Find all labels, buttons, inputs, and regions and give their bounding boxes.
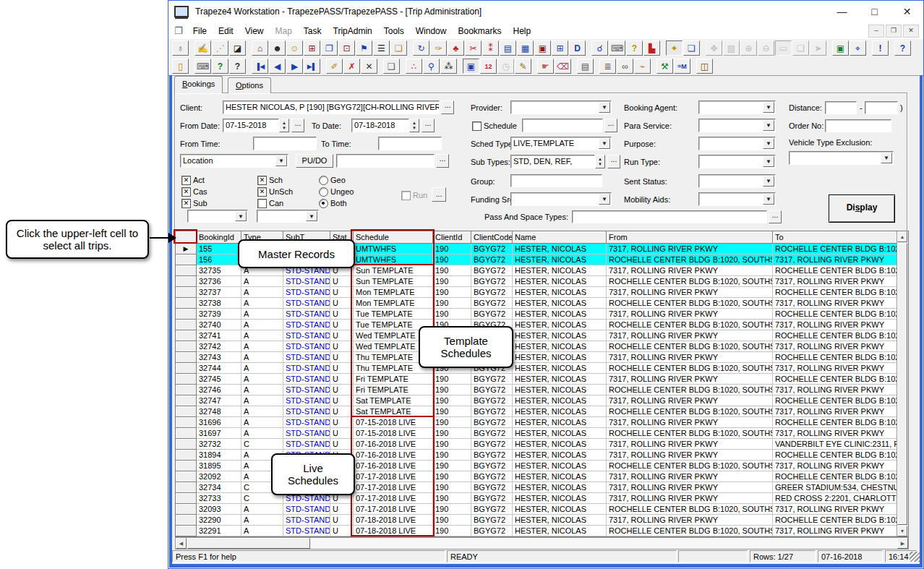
cell-clientid[interactable]: 190 <box>433 482 471 493</box>
cell-from[interactable]: 7317, ROLLING RIVER PKWY <box>607 287 773 298</box>
sent-status-dropdown[interactable]: ▼ <box>698 174 776 188</box>
schedule-grid-icon[interactable]: ⊞ <box>552 40 568 56</box>
cell-from[interactable]: ROCHELLE CENTER BLDG B:1020, SOUTHSIDE C <box>607 276 773 287</box>
row-selector-cell[interactable] <box>176 363 197 374</box>
vertical-scroll-thumb[interactable] <box>897 243 907 525</box>
cell-clientcode[interactable]: BGYG72 <box>471 265 513 276</box>
table-row[interactable]: 31696 A STD-STANDARD U 07-15-2018 LIVE 1… <box>176 417 908 428</box>
cell-clientcode[interactable]: BGYG72 <box>471 374 513 385</box>
funding-src-dropdown[interactable]: ▼ <box>510 192 612 206</box>
menu-item[interactable]: Bookmarks <box>452 25 507 38</box>
distance-from-field[interactable] <box>825 101 857 114</box>
row-selector-cell[interactable] <box>176 406 197 417</box>
cell-name[interactable]: HESTER, NICOLAS <box>513 406 607 417</box>
pass-space-browse-button[interactable]: ... <box>769 210 782 223</box>
mdi-close-button[interactable]: ✕ <box>903 25 919 38</box>
table-row[interactable]: 32739 A STD-STANDARD U Tue TEMPLATE 190 … <box>176 309 908 320</box>
cell-clientid[interactable]: 190 <box>433 439 471 450</box>
cell-name[interactable]: HESTER, NICOLAS <box>513 276 607 287</box>
cell-name[interactable]: HESTER, NICOLAS <box>513 439 607 450</box>
print-icon[interactable]: ▤ <box>577 59 594 74</box>
booking-window-icon[interactable]: ⊞ <box>304 40 320 56</box>
client-dark-icon[interactable]: ☻ <box>269 40 286 56</box>
table-row[interactable]: 32742 A STD-STANDARD U Wed TEMPLATE 190 … <box>176 341 908 352</box>
row-selector-cell[interactable] <box>176 374 197 385</box>
cell-bookingid[interactable]: 32747 <box>197 395 241 406</box>
menu-item[interactable]: View <box>239 25 270 38</box>
pass-space-types-field[interactable] <box>572 210 767 223</box>
cell-to[interactable]: 7317, ROLLING RIVER PKWY <box>773 320 898 330</box>
cell-clientcode[interactable]: BGYG72 <box>471 244 513 254</box>
cell-bookingid[interactable]: 31696 <box>197 417 241 428</box>
table-row[interactable]: 32747 A STD-STANDARD U Sat TEMPLATE 190 … <box>176 395 908 406</box>
cell-subt[interactable]: STD-STANDARD <box>283 406 330 417</box>
cell-to[interactable]: 7317, ROLLING RIVER PKWY <box>773 526 898 536</box>
cell-type[interactable]: A <box>241 406 283 417</box>
map-area-icon[interactable]: ▨ <box>723 40 740 56</box>
cell-type[interactable]: A <box>241 287 283 298</box>
sub-filter-dropdown[interactable]: ▼ <box>187 210 248 223</box>
sub-types-spinner[interactable]: ▲▼ <box>595 155 605 168</box>
cancel-booking-icon[interactable]: ✗ <box>343 59 360 74</box>
cell-name[interactable]: HESTER, NICOLAS <box>513 298 607 309</box>
cell-bookingid[interactable]: 32739 <box>197 309 241 320</box>
row-selector-cell[interactable] <box>176 265 197 276</box>
row-selector-cell[interactable] <box>176 493 197 504</box>
cell-subt[interactable]: STD-STANDARD <box>283 395 330 406</box>
scroll-up-icon[interactable]: ▲ <box>897 231 907 242</box>
pushpin-icon[interactable]: ✦ <box>666 40 683 56</box>
column-header-from[interactable]: From <box>607 231 773 244</box>
group-people-icon[interactable]: ⁑ <box>482 40 499 56</box>
standing-order-icon[interactable]: ⚑ <box>356 40 372 56</box>
mdi-restore-button[interactable]: ❐ <box>886 25 902 38</box>
cell-from[interactable]: ROCHELLE CENTER BLDG B:1020, SOUTHSIDE C <box>607 461 773 471</box>
cell-type[interactable]: A <box>241 417 283 428</box>
context-help-icon[interactable]: ? <box>229 59 246 74</box>
cell-to[interactable]: ROCHELLE CENTER BLDG B:1020, <box>773 395 898 406</box>
cell-clientid[interactable]: 190 <box>433 244 471 254</box>
cell-subt[interactable]: STD-STANDARD <box>283 363 330 374</box>
cell-bookingid[interactable]: 32733 <box>197 493 241 504</box>
delete-record-icon[interactable]: ✕ <box>361 59 377 74</box>
find-icon[interactable]: ⚲ <box>423 59 440 74</box>
table-row[interactable]: 32290 A STD-STANDARD U 07-18-2018 LIVE 1… <box>176 515 908 526</box>
row-selector-cell[interactable] <box>176 309 197 320</box>
booking-copy-icon[interactable]: ❐ <box>321 40 338 56</box>
cell-from[interactable]: ROCHELLE CENTER BLDG B:1020, SOUTHSIDE C <box>607 504 773 515</box>
cell-clientid[interactable]: 190 <box>433 515 471 526</box>
cell-clientcode[interactable]: BGYG72 <box>471 493 513 504</box>
to-date-field[interactable]: 07-18-2018 <box>351 119 409 132</box>
cell-clientid[interactable]: 190 <box>433 265 471 276</box>
cell-bookingid[interactable]: 31895 <box>197 461 241 471</box>
cell-subt[interactable]: STD-STANDARD <box>283 374 330 385</box>
cell-clientcode[interactable]: BGYG72 <box>471 417 513 428</box>
cell-bookingid[interactable]: 32744 <box>197 363 241 374</box>
table-row[interactable]: 32736 A STD-STANDARD U Sun TEMPLATE 190 … <box>176 276 908 287</box>
cell-clientcode[interactable]: BGYG72 <box>471 385 513 395</box>
cell-to[interactable]: 7317, ROLLING RIVER PKWY <box>773 298 898 309</box>
cell-to[interactable]: 7317, ROLLING RIVER PKWY <box>773 406 898 417</box>
cell-to[interactable]: ROCHELLE CENTER BLDG B:1020, <box>773 450 898 461</box>
table-row[interactable]: 31697 A STD-STANDARD U 07-15-2018 LIVE 1… <box>176 428 908 439</box>
map-contrast-icon[interactable]: ◪ <box>229 40 246 56</box>
cell-to[interactable]: RED CROSS 2:2201, CHARLOTTE A <box>773 493 898 504</box>
map-layers-icon[interactable]: ❏ <box>792 40 809 56</box>
cell-to[interactable]: ROCHELLE CENTER BLDG B:1020, <box>773 471 898 482</box>
table-row[interactable]: 32291 A STD-STANDARD U 07-18-2018 LIVE 1… <box>176 526 908 536</box>
scroll-right-icon[interactable]: ▶ <box>897 538 908 549</box>
cell-to[interactable]: ROCHELLE CENTER BLDG B:1020, <box>773 417 898 428</box>
scroll-left-icon[interactable]: ◀ <box>176 538 187 549</box>
cell-clientid[interactable]: 190 <box>433 461 471 471</box>
cell-from[interactable]: 7317, ROLLING RIVER PKWY <box>607 309 773 320</box>
monitor-view-icon[interactable]: ▣ <box>534 40 551 56</box>
cell-bookingid[interactable]: 32748 <box>197 406 241 417</box>
avl-monitor-icon[interactable]: ▣ <box>832 40 849 56</box>
unlink-trips-icon[interactable]: ⌁ <box>634 59 651 74</box>
cell-subt[interactable]: STD-STANDARD <box>283 352 330 363</box>
cell-bookingid[interactable]: 31697 <box>197 428 241 439</box>
column-header-bookingid[interactable]: BookingId <box>197 231 241 244</box>
cell-clientid[interactable]: 190 <box>433 374 471 385</box>
cell-subt[interactable]: STD-STANDARD <box>283 417 330 428</box>
table-row[interactable]: 32093 A STD-STANDARD U 07-17-2018 LIVE 1… <box>176 504 908 515</box>
cell-clientid[interactable]: 190 <box>433 471 471 482</box>
